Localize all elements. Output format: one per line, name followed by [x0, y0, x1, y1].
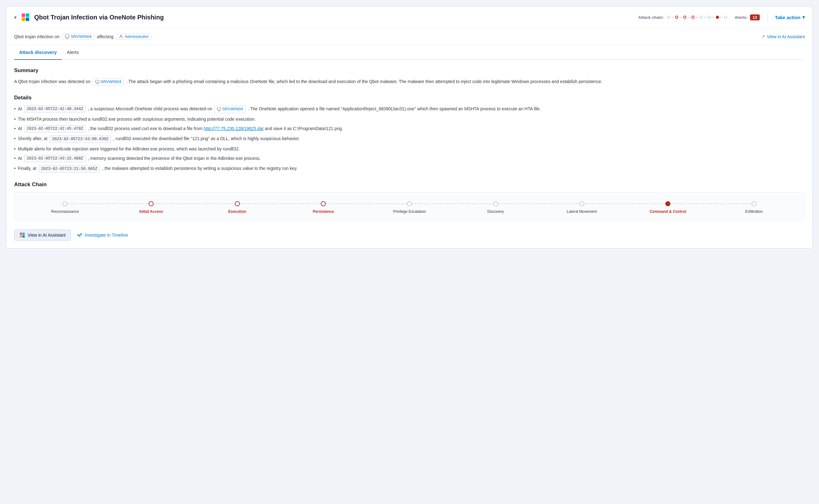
- detail-4-after: , rundll32 executed the downloaded file …: [113, 136, 300, 141]
- main-card: ▾ Qbot Trojan Infection via OneNote Phis…: [6, 6, 813, 249]
- detail-item-5: Multiple alerts for shellcode injection …: [14, 145, 805, 152]
- detail-6-after: , memory scanning detected the presence …: [88, 156, 260, 161]
- stage-label-initial-access: Initial Access: [139, 209, 163, 214]
- summary-host-tag[interactable]: SRVWIN04: [93, 78, 124, 86]
- stage-initial-access: Initial Access: [108, 201, 194, 214]
- view-ai-assistant-button-bottom[interactable]: View in AI Assistant: [14, 229, 71, 241]
- summary-title: Summary: [14, 67, 805, 74]
- stage-privilege-escalation: Privilege Escalation: [366, 201, 453, 214]
- stage-label-lateral-movement: Lateral Movement: [567, 209, 597, 214]
- subtitle-left: Qbot trojan infection on SRVWIN04 affect…: [14, 33, 151, 40]
- tab-alerts[interactable]: Alerts: [62, 45, 84, 60]
- svg-rect-1: [26, 13, 29, 17]
- svg-rect-14: [20, 233, 22, 235]
- detail-item-6: At 2023-02-05T22:43:15.480Z , memory sca…: [14, 155, 805, 162]
- chain-dot-1: [667, 16, 670, 19]
- stage-command-control: Command & Control: [625, 201, 711, 214]
- detail-3-content: At 2023-02-05T22:42:45.470Z , the rundll…: [18, 125, 343, 133]
- svg-rect-16: [20, 235, 22, 238]
- detail-4-content: Shortly after, at 2023-02-05T22:43:00.63…: [18, 135, 300, 143]
- stage-dot-execution: [235, 201, 240, 206]
- chevron-down-icon: ▾: [802, 14, 805, 20]
- detail-7-content: Finally, at 2023-02-05T23:21:56.965Z , t…: [18, 165, 297, 172]
- svg-rect-11: [217, 108, 221, 110]
- host-name-subtitle: SRVWIN04: [71, 34, 92, 39]
- detail-3-end: and save it as C:\ProgramData\121.png.: [265, 126, 343, 131]
- header-divider: [767, 13, 768, 22]
- chain-dots: [667, 16, 727, 19]
- chain-line-1: [671, 17, 674, 18]
- detail-4-before: Shortly after, at: [18, 136, 47, 141]
- header-left: ▾ Qbot Trojan Infection via OneNote Phis…: [14, 12, 633, 22]
- monitor-icon-subtitle: [65, 34, 69, 39]
- chain-dot-4: [691, 16, 695, 19]
- chain-line-2: [680, 17, 682, 18]
- chain-dot-6: [708, 16, 711, 19]
- detail-6-at: At: [18, 156, 22, 161]
- chain-line-3: [688, 17, 690, 18]
- attack-chain-section: Attack chain:: [638, 15, 727, 20]
- monitor-icon-d1: [217, 107, 221, 111]
- svg-rect-4: [65, 35, 69, 38]
- summary-host-name: SRVWIN04: [101, 79, 121, 85]
- view-ai-assistant-button-header[interactable]: ↗ View in AI Assistant: [762, 34, 805, 39]
- alerts-badge: 13: [750, 14, 759, 20]
- chain-dot-5: [700, 16, 703, 19]
- chain-line-7: [720, 17, 723, 18]
- monitor-icon-summary: [95, 80, 99, 84]
- stage-label-execution: Execution: [228, 209, 246, 214]
- detail-2-text: The MSHTA process then launched a rundll…: [18, 116, 256, 123]
- detail-7-timestamp: 2023-02-05T23:21:56.965Z: [39, 165, 100, 173]
- stage-label-reconnaissance: Reconnaissance: [51, 209, 79, 214]
- details-title: Details: [14, 95, 805, 101]
- svg-point-20: [79, 235, 80, 237]
- bottom-actions: View in AI Assistant Investigate in Time…: [14, 229, 805, 241]
- chain-dot-7: [716, 16, 719, 19]
- summary-section: Summary A Qbot trojan infection was dete…: [14, 67, 805, 86]
- stage-dot-privilege-escalation: [407, 201, 412, 206]
- stage-dot-exfiltration: [752, 201, 757, 206]
- stage-dot-lateral-movement: [579, 201, 584, 206]
- detail-1-middle: , a suspicious Microsoft OneNote child p…: [88, 106, 212, 111]
- detail-1-timestamp: 2023-02-05T22:42:40.344Z: [24, 105, 86, 113]
- detail-1-after: . The OneNote application opened a file …: [248, 106, 541, 111]
- stage-label-persistence: Persistence: [313, 209, 334, 214]
- svg-rect-17: [23, 235, 25, 238]
- detail-5-text: Multiple alerts for shellcode injection …: [18, 145, 239, 152]
- stage-execution: Execution: [194, 201, 280, 214]
- take-action-button[interactable]: Take action ▾: [775, 14, 805, 20]
- tab-attack-discovery[interactable]: Attack discovery: [14, 45, 62, 60]
- detail-1-host-tag[interactable]: SRVWIN04: [214, 105, 245, 113]
- alerts-section: Alerts: 13: [735, 14, 760, 20]
- stage-dot-discovery: [493, 201, 498, 206]
- ai-icon-bottom: [19, 232, 25, 238]
- detail-1-at: At: [18, 106, 22, 111]
- svg-point-7: [120, 35, 122, 37]
- attack-chain-section-main: Attack Chain Reconnaissance Initial Acce…: [14, 181, 805, 221]
- detail-3-after-link: , the rundll32 process used curl.exe to …: [88, 126, 202, 131]
- svg-rect-8: [96, 80, 99, 83]
- detail-item-2: The MSHTA process then launched a rundll…: [14, 116, 805, 123]
- stage-label-privilege-escalation: Privilege Escalation: [393, 209, 426, 214]
- stage-lateral-movement: Lateral Movement: [539, 201, 625, 214]
- details-section: Details At 2023-02-05T22:42:40.344Z , a …: [14, 95, 805, 173]
- user-tag-subtitle[interactable]: Administrator: [116, 33, 152, 40]
- host-tag-subtitle[interactable]: SRVWIN04: [62, 33, 94, 40]
- attack-chain-title: Attack Chain: [14, 181, 805, 188]
- stage-dot-reconnaissance: [62, 201, 67, 206]
- chain-dot-8: [724, 16, 727, 19]
- chain-line-5: [704, 17, 706, 18]
- investigate-timeline-button[interactable]: Investigate in Timeline: [77, 233, 128, 238]
- stage-label-command-control: Command & Control: [650, 209, 686, 214]
- collapse-icon[interactable]: ▾: [14, 14, 17, 20]
- stage-dot-command-control: [665, 201, 670, 206]
- stage-label-exfiltration: Exfiltration: [745, 209, 763, 214]
- svg-rect-3: [26, 18, 29, 21]
- attack-chain-visual: Reconnaissance Initial Access Execution: [14, 192, 805, 221]
- svg-rect-15: [23, 233, 25, 235]
- detail-7-before: Finally, at: [18, 166, 36, 171]
- malware-url-link[interactable]: http://77.75.230.128/19825.dat: [204, 126, 264, 131]
- affecting-text: affecting: [97, 34, 113, 39]
- detail-6-timestamp: 2023-02-05T22:43:15.480Z: [24, 155, 86, 162]
- detail-6-content: At 2023-02-05T22:43:15.480Z , memory sca…: [18, 155, 260, 162]
